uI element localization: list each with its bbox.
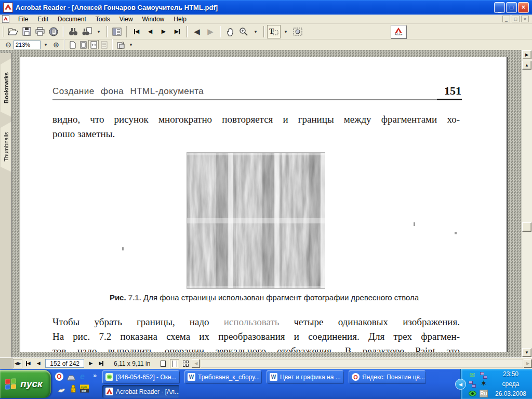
first-page-button[interactable]: ◀ bbox=[130, 25, 143, 38]
page-indicator[interactable]: 152 of 242 bbox=[45, 359, 84, 368]
previous-page-status-button[interactable]: ◀ bbox=[34, 359, 43, 368]
taskbar-button-word-2[interactable]: W Цвет и графика на ... bbox=[267, 370, 343, 383]
taskbar-button-word-1[interactable]: W Требованя_к_сбору... bbox=[184, 370, 261, 383]
svg-text:cut: cut bbox=[82, 389, 86, 392]
acrobat-app-icon[interactable] bbox=[3, 3, 13, 12]
next-page-status-button[interactable]: ▶ bbox=[86, 359, 96, 368]
mail-tray-icon[interactable]: ✉ bbox=[468, 370, 476, 379]
reflow-button[interactable] bbox=[99, 40, 109, 49]
taskbar-button-icq[interactable]: [346-054-652] - Окн... bbox=[102, 370, 179, 383]
text-select-tool-button[interactable]: T bbox=[267, 25, 281, 38]
zoom-level-field[interactable]: 213% bbox=[14, 41, 41, 49]
pane-splitter-button[interactable]: ◀▶ bbox=[13, 359, 22, 368]
zoom-level-dropdown[interactable]: ▾ bbox=[41, 40, 51, 49]
scroll-down-button[interactable]: ▼ bbox=[522, 348, 531, 357]
continuous-facing-layout-button[interactable] bbox=[181, 359, 191, 368]
single-page-layout-button[interactable] bbox=[158, 359, 168, 368]
network-tray-icon[interactable] bbox=[480, 371, 488, 379]
pdf-page: Создание фона HTML-документа 151 видно, … bbox=[20, 57, 508, 352]
minimize-button[interactable]: _ bbox=[494, 2, 505, 13]
fit-in-window-button[interactable] bbox=[78, 40, 88, 49]
rotate-view-dropdown[interactable]: ▾ bbox=[126, 40, 136, 49]
navigation-tab-strip: Bookmarks Thumbnails bbox=[0, 53, 12, 357]
network2-tray-icon[interactable] bbox=[468, 380, 476, 388]
tray-collapse-chevron[interactable]: ◀ bbox=[455, 379, 466, 390]
taskbar-button-opera[interactable]: O Яндекс: Понятие цв... bbox=[349, 370, 425, 383]
eye-tray-icon[interactable] bbox=[468, 389, 476, 397]
search-dropdown[interactable]: ▾ bbox=[94, 27, 104, 36]
rotate-page-icon bbox=[117, 41, 125, 49]
previous-page-button[interactable]: ◀ bbox=[143, 25, 157, 38]
horizontal-scrollbar[interactable] bbox=[201, 359, 523, 368]
language-indicator[interactable]: Ru bbox=[480, 389, 488, 397]
next-view-button[interactable]: ▶ bbox=[204, 25, 217, 38]
zoom-in-button[interactable]: ⊕ bbox=[51, 40, 61, 49]
paragraph: Чтобы убрать границы, надо использовать … bbox=[52, 315, 460, 352]
taskbar-button-acrobat[interactable]: Acrobat Reader - [Ал... bbox=[102, 385, 179, 398]
show-hide-navigation-pane-button[interactable] bbox=[110, 25, 124, 38]
print-button[interactable] bbox=[33, 25, 47, 38]
restore-button[interactable]: □ bbox=[506, 2, 517, 13]
mdi-close-button[interactable]: × bbox=[521, 16, 529, 22]
rotate-view-button[interactable] bbox=[115, 40, 126, 49]
find-button[interactable] bbox=[66, 25, 80, 38]
fit-width-button[interactable] bbox=[88, 40, 99, 49]
continuous-layout-button[interactable] bbox=[170, 359, 179, 368]
scroll-up-button[interactable]: ▲ bbox=[522, 61, 531, 70]
menu-window[interactable]: Window bbox=[138, 15, 169, 23]
quicklaunch-more-chevron[interactable]: » bbox=[90, 371, 99, 380]
vertical-scrollbar[interactable]: ▶ ▲ ▼ bbox=[522, 50, 532, 357]
statusbar-corner bbox=[0, 358, 12, 369]
text-select-icon: T bbox=[269, 27, 279, 36]
internet-explorer-quicklaunch-icon[interactable]: e bbox=[78, 372, 87, 381]
toolbar-grip[interactable] bbox=[3, 26, 4, 37]
email-page-icon bbox=[49, 27, 58, 36]
pdf-document-icon[interactable] bbox=[2, 15, 9, 23]
tab-thumbnails[interactable]: Thumbnails bbox=[1, 122, 11, 172]
menu-document[interactable]: Document bbox=[53, 15, 91, 23]
mp3cut-quicklaunch-icon[interactable]: mp3cut bbox=[80, 384, 89, 393]
next-page-button[interactable]: ▶ bbox=[157, 25, 170, 38]
page-number-rule bbox=[437, 99, 462, 100]
email-button[interactable] bbox=[47, 25, 60, 38]
hand-tool-button[interactable] bbox=[223, 25, 237, 38]
qip-quicklaunch-icon[interactable]: IP bbox=[69, 384, 77, 393]
last-page-button[interactable]: ▶ bbox=[170, 25, 184, 38]
actual-size-button[interactable] bbox=[68, 40, 78, 49]
scroll-right-mini-button[interactable]: ▶ bbox=[522, 50, 531, 59]
graphics-select-tool-button[interactable] bbox=[291, 25, 304, 38]
previous-view-button[interactable]: ◀ bbox=[190, 25, 204, 38]
menu-file[interactable]: File bbox=[14, 15, 33, 23]
search-button[interactable] bbox=[80, 25, 94, 38]
figure-caption: Рис. 7.1. Для фона страницы использован … bbox=[20, 293, 508, 302]
zoom-tool-dropdown[interactable]: ▾ bbox=[250, 27, 261, 36]
open-folder-icon bbox=[8, 28, 18, 36]
menu-view[interactable]: View bbox=[115, 15, 138, 23]
adobe-logo-button[interactable]: Adobe bbox=[391, 25, 406, 38]
scroll-left-button[interactable]: ◀ bbox=[192, 359, 200, 368]
vertical-scroll-thumb[interactable] bbox=[522, 222, 531, 232]
zoom-out-button[interactable]: ⊖ bbox=[3, 40, 14, 49]
text-line: Чтобы убрать границы, надо использовать … bbox=[52, 315, 460, 329]
close-button[interactable]: × bbox=[518, 2, 529, 13]
dove-quicklaunch-icon[interactable] bbox=[57, 385, 66, 394]
drive-quicklaunch-icon[interactable] bbox=[66, 374, 75, 382]
zoom-tool-button[interactable] bbox=[237, 25, 250, 38]
menu-help[interactable]: Help bbox=[169, 15, 191, 23]
windows-taskbar: пуск O e » IP mp3cut [346-054-652] - Окн… bbox=[0, 369, 532, 399]
star-tray-icon[interactable]: ✶ bbox=[480, 379, 488, 388]
open-button[interactable] bbox=[6, 25, 20, 38]
start-button[interactable]: пуск bbox=[0, 370, 51, 398]
text-select-dropdown[interactable]: ▾ bbox=[281, 27, 291, 36]
scroll-right-button[interactable]: ▶ bbox=[524, 359, 532, 368]
last-page-status-button[interactable]: ▶ bbox=[97, 359, 106, 368]
first-page-status-button[interactable]: ◀ bbox=[23, 359, 33, 368]
mdi-minimize-button[interactable]: _ bbox=[502, 16, 510, 22]
tab-bookmarks[interactable]: Bookmarks bbox=[1, 58, 11, 117]
opera-quicklaunch-icon[interactable]: O bbox=[55, 373, 63, 381]
mdi-restore-button[interactable]: □ bbox=[512, 16, 520, 22]
save-button[interactable] bbox=[20, 25, 33, 38]
menu-tools[interactable]: Tools bbox=[91, 15, 115, 23]
main-toolbar: ▾ ◀ ◀ ▶ ▶ ◀ ▶ ▾ T ▾ Adobe bbox=[0, 24, 532, 39]
menu-edit[interactable]: Edit bbox=[33, 15, 53, 23]
